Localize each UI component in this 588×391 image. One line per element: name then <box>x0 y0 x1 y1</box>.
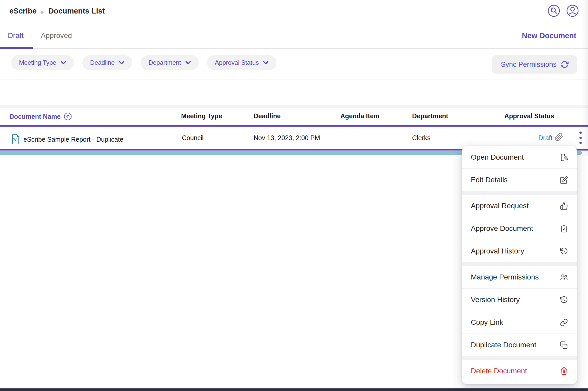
table-row-meeting-type: Council <box>182 134 203 142</box>
sort-ascending-icon <box>64 112 72 121</box>
history-icon <box>560 247 568 255</box>
column-header-document-name[interactable]: Document Name <box>9 112 72 121</box>
table-row-deadline: Nov 13, 2023, 2:00 PM <box>254 134 320 142</box>
menu-item-label: Edit Details <box>471 176 508 184</box>
table-header-rule <box>0 125 588 127</box>
menu-item-edit-details[interactable]: Edit Details <box>462 169 577 191</box>
row-context-menu: Open Document Edit Details Approval Requ… <box>462 146 577 384</box>
clipboard-check-icon <box>560 225 568 233</box>
svg-text:W: W <box>13 137 17 141</box>
link-icon <box>560 318 568 327</box>
menu-item-label: Copy Link <box>471 318 503 327</box>
menu-item-approval-history[interactable]: Approval History <box>462 240 577 262</box>
menu-item-approve-document[interactable]: Approve Document <box>462 217 577 240</box>
menu-item-label: Approve Document <box>471 224 533 233</box>
app-name: eScribe <box>9 7 37 15</box>
sync-permissions-button[interactable]: Sync Permissions <box>492 55 577 74</box>
sync-refresh-icon <box>561 61 569 68</box>
filter-department[interactable]: Department <box>141 55 199 70</box>
documents-list-screen: eScribe Documents List Draft Approved Ne… <box>0 0 588 391</box>
bottom-bar <box>0 388 588 391</box>
column-header-department[interactable]: Department <box>412 112 448 120</box>
menu-item-duplicate-document[interactable]: Duplicate Document <box>462 334 577 356</box>
table-row-document-name[interactable]: W eScribe Sample Report - Duplicate <box>11 134 123 145</box>
column-header-agenda-item[interactable]: Agenda Item <box>340 112 379 120</box>
filter-approval-status[interactable]: Approval Status <box>207 55 276 70</box>
thumbs-up-icon <box>560 202 568 210</box>
history-icon <box>560 296 568 304</box>
right-edge-shade <box>581 0 588 156</box>
menu-item-copy-link[interactable]: Copy Link <box>462 311 577 334</box>
tabbar-divider <box>0 48 588 49</box>
copy-icon <box>560 341 568 349</box>
search-icon[interactable] <box>547 4 560 17</box>
column-label: Document Name <box>9 113 61 120</box>
sync-permissions-label: Sync Permissions <box>501 61 557 69</box>
word-document-icon: W <box>11 134 20 145</box>
menu-item-label: Manage Permissions <box>471 273 539 281</box>
chevron-down-icon <box>119 61 124 64</box>
breadcrumb-dot <box>41 11 44 14</box>
user-profile-icon[interactable] <box>566 4 579 17</box>
new-document-button[interactable]: New Document <box>522 31 576 40</box>
column-header-meeting-type[interactable]: Meeting Type <box>181 112 222 120</box>
chevron-down-icon <box>61 61 66 64</box>
menu-item-open-document[interactable]: Open Document <box>462 146 577 168</box>
filter-deadline[interactable]: Deadline <box>82 55 133 70</box>
table-row-department: Clerks <box>412 134 431 142</box>
column-header-approval-status[interactable]: Approval Status <box>504 112 554 120</box>
filters-divider <box>0 80 588 80</box>
filter-deadline-label: Deadline <box>90 59 115 66</box>
tab-draft[interactable]: Draft <box>8 31 24 40</box>
menu-item-label: Duplicate Document <box>471 341 536 349</box>
menu-item-label: Approval History <box>471 247 524 255</box>
chevron-down-icon <box>185 61 191 64</box>
attachment-paperclip-icon[interactable] <box>554 133 563 141</box>
menu-item-label: Approval Request <box>471 202 529 210</box>
menu-item-delete-document[interactable]: Delete Document <box>462 360 577 382</box>
menu-item-label: Version History <box>471 296 520 304</box>
tab-approved[interactable]: Approved <box>41 31 72 40</box>
page-title: Documents List <box>48 7 105 15</box>
filter-bar: Meeting Type Deadline Department Approva… <box>11 55 276 70</box>
table-row-status-link[interactable]: Draft <box>538 134 552 142</box>
active-tab-indicator <box>0 47 33 49</box>
filter-meeting-type[interactable]: Meeting Type <box>11 55 74 70</box>
menu-item-version-history[interactable]: Version History <box>462 289 577 311</box>
trash-icon <box>560 367 568 375</box>
people-icon <box>560 273 568 281</box>
row-actions-kebab-icon[interactable] <box>579 132 582 144</box>
column-header-deadline[interactable]: Deadline <box>254 112 281 120</box>
filter-department-label: Department <box>148 59 181 66</box>
menu-item-approval-request[interactable]: Approval Request <box>462 195 577 217</box>
chevron-down-icon <box>263 61 269 64</box>
filter-meeting-type-label: Meeting Type <box>19 59 56 66</box>
filter-approval-status-label: Approval Status <box>215 59 259 66</box>
menu-item-manage-permissions[interactable]: Manage Permissions <box>462 266 577 288</box>
open-document-icon <box>560 153 568 161</box>
table-top-strip <box>0 105 588 108</box>
document-name-text: eScribe Sample Report - Duplicate <box>23 136 123 143</box>
menu-item-label: Open Document <box>471 153 524 161</box>
menu-item-label: Delete Document <box>471 367 527 375</box>
edit-pencil-icon <box>560 176 568 184</box>
